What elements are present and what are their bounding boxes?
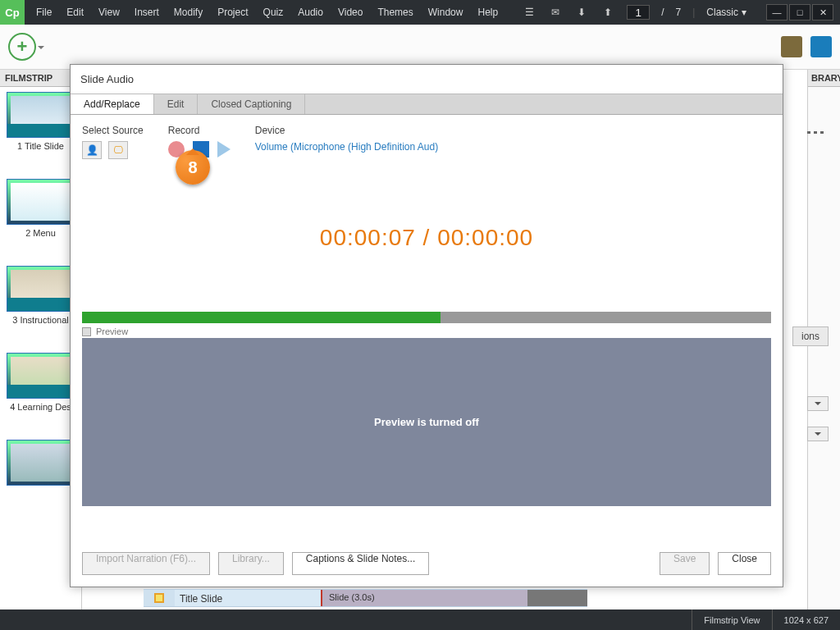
filmstrip-thumb-2[interactable]: 2 Menu: [3, 179, 78, 238]
save-button[interactable]: Save: [660, 552, 710, 575]
menu-project[interactable]: Project: [217, 7, 248, 18]
properties-view-icons[interactable]: [807, 131, 829, 139]
preview-checkbox[interactable]: [82, 327, 91, 336]
status-dimensions: 1024 x 627: [772, 609, 840, 630]
play-button[interactable]: [217, 141, 231, 158]
tab-edit[interactable]: Edit: [154, 94, 199, 114]
library-button[interactable]: Library...: [218, 552, 284, 575]
menu-view[interactable]: View: [98, 7, 120, 18]
window-minimize-button[interactable]: —: [766, 4, 788, 21]
device-link[interactable]: Volume (Microphone (High Definition Aud): [255, 141, 438, 153]
dialog-title: Slide Audio: [71, 65, 783, 94]
feedback-icon[interactable]: ☰: [522, 5, 536, 20]
recording-timer: 00:00:07 / 00:00:00: [82, 225, 771, 251]
menu-insert[interactable]: Insert: [135, 7, 159, 18]
menu-window[interactable]: Window: [428, 7, 463, 18]
library-header: BRARY: [808, 70, 840, 87]
timeline-slide-block[interactable]: Slide (3.0s): [321, 590, 527, 606]
preview-pane: Preview is turned off: [82, 338, 771, 506]
page-sep: /: [661, 7, 664, 18]
timeline-slide-title: Title Slide: [180, 590, 222, 608]
select-source-label: Select Source: [82, 125, 144, 136]
page-total: 7: [676, 7, 682, 18]
app-menubar: Cp File Edit View Insert Modify Project …: [0, 0, 840, 25]
properties-dropdown-1[interactable]: [807, 396, 829, 411]
step-callout-8: 8: [176, 150, 210, 185]
workspace-switcher[interactable]: Classic ▾: [706, 7, 746, 18]
timeline-visibility-icon[interactable]: [144, 590, 175, 606]
import-narration-button[interactable]: Import Narration (F6)...: [82, 552, 210, 575]
assets-icon-2[interactable]: [810, 36, 832, 57]
menu-themes[interactable]: Themes: [377, 7, 413, 18]
device-label: Device: [255, 125, 438, 136]
source-narration-icon[interactable]: 👤: [82, 141, 102, 159]
record-label: Record: [168, 125, 231, 136]
status-view: Filmstrip View: [692, 609, 771, 630]
menu-help[interactable]: Help: [477, 7, 498, 18]
menu-quiz[interactable]: Quiz: [263, 7, 284, 18]
filmstrip-thumb-3[interactable]: 3 Instructional: [3, 266, 78, 325]
captions-slide-notes-button[interactable]: Captions & Slide Notes...: [292, 552, 429, 575]
tab-add-replace[interactable]: Add/Replace: [71, 94, 154, 114]
filmstrip-thumb-5[interactable]: [3, 440, 78, 486]
thumb-label: 3 Instructional: [3, 315, 78, 325]
source-system-icon[interactable]: 🖵: [108, 141, 128, 159]
menu-audio[interactable]: Audio: [298, 7, 323, 18]
window-maximize-button[interactable]: □: [789, 4, 810, 21]
menu-file[interactable]: File: [36, 7, 52, 18]
properties-dropdown-2[interactable]: [807, 427, 829, 441]
thumb-label: 2 Menu: [3, 228, 78, 238]
page-current-input[interactable]: [627, 5, 650, 20]
tab-closed-captioning[interactable]: Closed Captioning: [198, 94, 305, 114]
menu-video[interactable]: Video: [338, 7, 363, 18]
mail-icon[interactable]: ✉: [548, 5, 563, 20]
filmstrip-thumb-1[interactable]: 1 Title Slide: [3, 92, 78, 151]
app-logo: Cp: [0, 0, 25, 25]
status-bar: Filmstrip View 1024 x 627: [0, 609, 840, 630]
interactions-button-fragment[interactable]: ions: [792, 326, 829, 346]
window-close-button[interactable]: ✕: [812, 4, 833, 21]
menu-modify[interactable]: Modify: [174, 7, 203, 18]
filmstrip-thumb-4[interactable]: 4 Learning Des: [3, 353, 78, 412]
upload-icon[interactable]: ⬆: [600, 5, 615, 20]
menu-edit[interactable]: Edit: [66, 7, 84, 18]
close-button[interactable]: Close: [718, 552, 771, 575]
main-menu: File Edit View Insert Modify Project Qui…: [25, 7, 498, 18]
add-slide-button[interactable]: +: [8, 33, 36, 61]
thumb-label: 4 Learning Des: [3, 402, 78, 412]
slide-audio-dialog: Slide Audio Add/Replace Edit Closed Capt…: [70, 64, 783, 587]
assets-icon-1[interactable]: [781, 36, 802, 57]
toolbar: +: [0, 25, 840, 70]
preview-checkbox-label: Preview: [96, 326, 128, 336]
download-icon[interactable]: ⬇: [574, 5, 589, 20]
preview-message: Preview is turned off: [374, 416, 479, 428]
recording-progress: [82, 312, 771, 323]
thumb-label: 1 Title Slide: [3, 141, 78, 151]
